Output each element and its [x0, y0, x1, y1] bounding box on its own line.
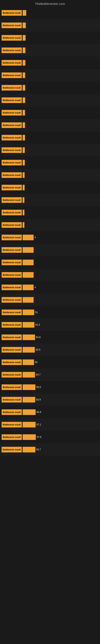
table-row: Bottleneck result: [0, 206, 100, 219]
bottleneck-label: Bottleneck result: [1, 347, 22, 352]
bottleneck-label: Bottleneck result: [1, 147, 22, 153]
table-row: Bottleneck result4: [0, 231, 100, 244]
bottleneck-label: Bottleneck result: [1, 98, 22, 103]
bottleneck-label: Bottleneck result: [1, 222, 22, 228]
bottleneck-label: Bottleneck result: [1, 48, 22, 53]
bar-container: 54.9: [23, 334, 99, 340]
bar-container: [23, 260, 99, 265]
bar-container: 56.5: [23, 384, 99, 390]
bar-container: 52.3: [23, 322, 99, 328]
table-row: Bottleneck result54.9: [0, 331, 100, 344]
bar-container: [23, 222, 99, 228]
table-row: Bottleneck result: [0, 32, 100, 44]
bottleneck-label: Bottleneck result: [1, 447, 22, 452]
bottleneck-label: Bottleneck result: [1, 10, 22, 16]
bar-container: [23, 247, 99, 253]
bar: [23, 434, 36, 440]
bar-value: 57.1: [36, 423, 44, 426]
bar: [23, 334, 35, 340]
bottleneck-label: Bottleneck result: [1, 85, 22, 90]
bar: [23, 210, 24, 215]
bottleneck-label: Bottleneck result: [1, 397, 22, 402]
bar: [23, 247, 34, 253]
bar: [23, 48, 25, 53]
bar: [23, 272, 34, 278]
bar-container: [23, 160, 99, 166]
bar-value: 51.: [35, 311, 43, 314]
bar-container: [23, 272, 99, 278]
rows-container: Bottleneck resultBottleneck resultBottle…: [0, 7, 100, 456]
bottleneck-label: Bottleneck result: [1, 434, 22, 440]
table-row: Bottleneck result: [0, 169, 100, 181]
bottleneck-label: Bottleneck result: [1, 297, 22, 303]
bar: [23, 160, 25, 166]
bar-container: 55.9: [23, 397, 99, 402]
table-row: Bottleneck result: [0, 156, 100, 169]
bar: [23, 360, 34, 365]
table-row: Bottleneck result56.5: [0, 381, 100, 394]
bar: [23, 22, 26, 28]
bar: [23, 347, 35, 352]
bar-container: [23, 172, 99, 178]
bar: [23, 447, 35, 452]
bar-container: [23, 22, 99, 28]
bar: [23, 172, 25, 178]
bar-value: 52.3: [35, 324, 43, 326]
bar-container: [23, 135, 99, 140]
bottleneck-label: Bottleneck result: [1, 135, 22, 140]
bar-container: 57.6: [23, 434, 99, 440]
bar: [23, 110, 25, 116]
table-row: Bottleneck result: [0, 119, 100, 132]
table-row: Bottleneck result: [0, 69, 100, 82]
bar: [23, 322, 34, 328]
bar-container: [23, 185, 99, 190]
bar-value: 55.7: [36, 448, 44, 451]
table-row: Bottleneck result57.6: [0, 431, 100, 443]
bottleneck-label: Bottleneck result: [1, 409, 22, 415]
bar: [23, 260, 34, 265]
table-row: Bottleneck result51.: [0, 306, 100, 318]
bottleneck-label: Bottleneck result: [1, 272, 22, 278]
bar-container: 54.7: [23, 372, 99, 378]
table-row: Bottleneck result: [0, 244, 100, 256]
bar-value: 57.6: [37, 436, 45, 438]
bottleneck-label: Bottleneck result: [1, 60, 22, 66]
bar-container: [23, 122, 99, 128]
bottleneck-label: Bottleneck result: [1, 72, 22, 78]
table-row: Bottleneck result: [0, 219, 100, 231]
bar: [23, 372, 35, 378]
table-row: Bottleneck result: [0, 82, 100, 94]
table-row: Bottleneck result53.5: [0, 344, 100, 356]
bar: [23, 197, 24, 203]
bar-value: 55.9: [36, 398, 44, 401]
table-row: Bottleneck result50: [0, 356, 100, 368]
bar-container: [23, 35, 99, 41]
bar-value: 4: [34, 286, 42, 289]
bar: [23, 310, 34, 315]
bar: [23, 297, 34, 303]
bar: [23, 384, 35, 390]
bar-container: [23, 110, 99, 116]
table-row: Bottleneck result: [0, 132, 100, 144]
bar-container: 4: [23, 235, 99, 240]
bar-value: 56.8: [36, 411, 44, 414]
table-row: Bottleneck result: [0, 294, 100, 306]
bar-container: [23, 197, 99, 203]
bar-container: 53.5: [23, 347, 99, 352]
bar: [23, 185, 25, 190]
bar-container: [23, 147, 99, 153]
table-row: Bottleneck result52.3: [0, 318, 100, 331]
bar: [23, 284, 34, 290]
table-row: Bottleneck result: [0, 194, 100, 206]
bottleneck-label: Bottleneck result: [1, 284, 22, 290]
table-row: Bottleneck result: [0, 94, 100, 106]
bottleneck-label: Bottleneck result: [1, 372, 22, 378]
bar-value: 53.5: [36, 348, 44, 351]
bottleneck-label: Bottleneck result: [1, 334, 22, 340]
bar-container: 4: [23, 284, 99, 290]
bottleneck-label: Bottleneck result: [1, 422, 22, 428]
bar: [23, 85, 25, 90]
site-title: TheBottlenecker.com: [0, 0, 100, 7]
table-row: Bottleneck result4: [0, 281, 100, 294]
bottleneck-label: Bottleneck result: [1, 384, 22, 390]
